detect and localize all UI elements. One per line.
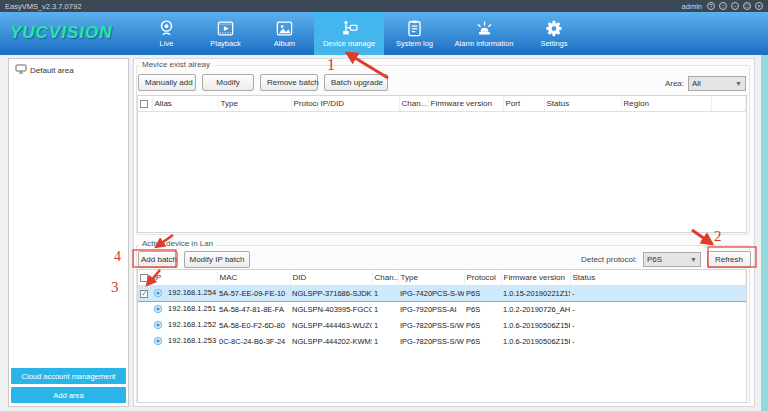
add-area-button[interactable]: Add area [11, 387, 126, 403]
maximize-icon[interactable]: □ [743, 2, 751, 10]
tab-label: Alarm information [455, 39, 514, 48]
device-mac: 5A-57-EE-09-FE-10 [217, 285, 290, 301]
tab-alarm-information[interactable]: Alarm information [445, 12, 523, 55]
column-header[interactable]: MAC [217, 270, 290, 285]
tree-item-label: Default area [30, 66, 74, 75]
area-label: Area: [665, 79, 684, 88]
nav-tabs: Live Playback Album Device manage System… [137, 12, 585, 55]
row-checkbox[interactable] [140, 290, 148, 298]
close-icon[interactable]: × [755, 2, 763, 10]
device-manage-icon [340, 19, 359, 38]
manually-add-button[interactable]: Manually add [138, 74, 196, 91]
device-firmware: 1.0.6-20190506Z15PTZ [501, 317, 570, 333]
select-all-checkbox[interactable] [140, 100, 148, 108]
device-status: - [570, 317, 746, 333]
user-name: admin [682, 2, 702, 11]
column-header[interactable]: Region [621, 96, 711, 111]
device-icon [153, 320, 163, 330]
remove-batch-button[interactable]: Remove batch [260, 74, 318, 91]
tab-label: System log [396, 39, 433, 48]
column-header[interactable]: Type [398, 270, 464, 285]
device-ip: 192.168.1.253 [168, 336, 216, 345]
device-did: NGLSPP-444463-WUZGR [290, 317, 372, 333]
column-header[interactable]: Type [218, 96, 291, 111]
tab-settings[interactable]: Settings [523, 12, 585, 55]
device-did: NGLSPN-403995-FGCCN [290, 301, 372, 317]
device-channels: 1 [372, 285, 398, 301]
select-all-checkbox[interactable] [140, 274, 148, 282]
chevron-down-icon: ▼ [735, 80, 742, 87]
tab-device-manage[interactable]: Device manage [314, 12, 384, 55]
device-channels: 1 [372, 301, 398, 317]
content-area: Default area Cloud account management Ad… [0, 55, 768, 411]
device-row[interactable]: 192.168.1.251 5A-58-47-81-8E-FA NGLSPN-4… [138, 301, 746, 317]
device-ip: 192.168.1.252 [168, 320, 216, 329]
window-edge-strip [761, 55, 768, 411]
tab-playback[interactable]: Playback [196, 12, 255, 55]
device-did: NGLSPP-371686-SJDKY [290, 285, 372, 301]
column-header[interactable]: DID [290, 270, 372, 285]
cloud-account-management-button[interactable]: Cloud account management [11, 368, 126, 384]
device-type: IPG-7820PSS-S/W [398, 317, 464, 333]
tab-label: Settings [540, 39, 567, 48]
device-row[interactable]: 192.168.1.254 5A-57-EE-09-FE-10 NGLSPP-3… [138, 285, 746, 301]
device-icon [153, 336, 163, 346]
navbar: YUCVISION Live Playback Album Device man… [0, 12, 768, 55]
section-title-active-lan: Active device in Lan [139, 239, 216, 248]
device-ip: 192.168.1.254 [168, 288, 216, 297]
device-protocol: P6S [464, 317, 501, 333]
column-header[interactable]: IP [151, 270, 217, 285]
user-icon[interactable]: ○ [719, 2, 727, 10]
tree-item-default-area[interactable]: Default area [15, 64, 74, 76]
tab-album[interactable]: Album [255, 12, 314, 55]
column-header[interactable]: IP/DID [318, 96, 399, 111]
refresh-button[interactable]: Refresh [707, 251, 751, 268]
device-row[interactable]: 192.168.1.252 5A-58-E0-F2-6D-80 NGLSPP-4… [138, 317, 746, 333]
tab-label: Live [160, 39, 174, 48]
device-firmware: 1.0.2-20190726_AH... [501, 301, 570, 317]
column-header[interactable]: Port [503, 96, 544, 111]
column-header[interactable]: Chan... [399, 96, 428, 111]
modify-button[interactable]: Modify [202, 74, 254, 91]
column-header[interactable]: Protocol [291, 96, 318, 111]
device-mac: 0C-8C-24-B6-3F-24 [217, 333, 290, 349]
device-did: NGLSPP-444202-KWMSC [290, 333, 372, 349]
detect-protocol-select[interactable]: P6S ▼ [643, 252, 701, 267]
tab-system-log[interactable]: System log [384, 12, 445, 55]
device-status: - [570, 301, 746, 317]
tab-label: Playback [210, 39, 240, 48]
tab-label: Device manage [323, 39, 375, 48]
add-batch-button[interactable]: Add batch [138, 251, 178, 268]
detect-protocol-label: Detect protocol: [581, 255, 637, 264]
tab-label: Album [274, 39, 295, 48]
area-tree-panel: Default area Cloud account management Ad… [8, 58, 129, 407]
device-firmware: 1.0.6-20190506Z15PTZ [501, 333, 570, 349]
help-icon[interactable]: ? [707, 2, 715, 10]
device-protocol: P6S [464, 333, 501, 349]
titlebar: EasyVMS_v2.3.7.0792 admin ?○–□× [0, 0, 768, 12]
column-header[interactable]: Status [570, 270, 746, 285]
area-select[interactable]: All ▼ [688, 76, 746, 91]
modify-ip-batch-button[interactable]: Modify IP batch [184, 251, 250, 268]
window-title: EasyVMS_v2.3.7.0792 [5, 2, 81, 11]
column-header[interactable]: Protocol [464, 270, 501, 285]
column-header[interactable]: Status [544, 96, 621, 111]
device-status: - [570, 333, 746, 349]
live-camera-icon [157, 19, 176, 38]
batch-upgrade-button[interactable]: Batch upgrade [324, 74, 388, 91]
device-exist-table-header: AliasTypeProtocolIP/DIDChan...Firmware v… [138, 96, 746, 111]
column-header[interactable]: Alias [152, 96, 218, 111]
device-ip: 192.168.1.251 [168, 304, 216, 313]
column-header[interactable]: Firmware version [501, 270, 570, 285]
device-type: IPG-7820PSS-S/W [398, 333, 464, 349]
device-mac: 5A-58-E0-F2-6D-80 [217, 317, 290, 333]
tab-live[interactable]: Live [137, 12, 196, 55]
device-channels: 1 [372, 333, 398, 349]
device-row[interactable]: 192.168.1.253 0C-8C-24-B6-3F-24 NGLSPP-4… [138, 333, 746, 349]
column-header[interactable]: Firmware version [428, 96, 503, 111]
device-type: IPG-7420PCS-S-W-DL [398, 285, 464, 301]
minimize-icon[interactable]: – [731, 2, 739, 10]
device-mac: 5A-58-47-81-8E-FA [217, 301, 290, 317]
system-log-icon [405, 19, 424, 38]
column-header[interactable]: Chan... [372, 270, 398, 285]
